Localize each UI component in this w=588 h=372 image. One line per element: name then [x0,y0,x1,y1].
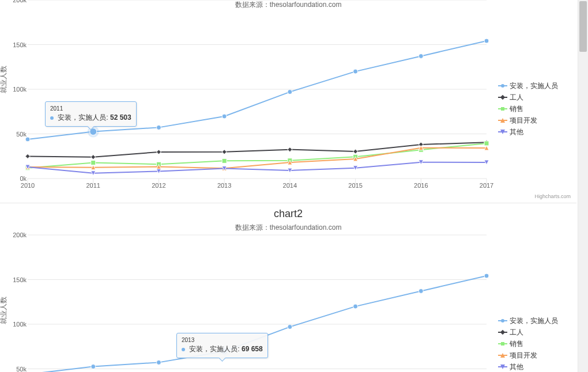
credits-link[interactable]: Highcharts.com [534,193,571,199]
svg-point-39 [288,325,292,329]
legend-label: 项目开发 [510,351,537,360]
legend-label: 其他 [510,127,523,137]
tooltip-header: 2013 [182,337,263,343]
y-tick-label: 50k [12,366,27,373]
svg-rect-23 [91,161,96,165]
plot-area[interactable]: 0k 50k 100k 150k 200k 2010 2011 2012 201… [28,0,487,179]
svg-point-35 [91,365,96,369]
svg-point-16 [156,125,161,130]
legend-label: 其他 [510,362,523,372]
x-tick-label: 2016 [414,182,428,189]
legend-item-other[interactable]: 其他 [498,127,571,137]
tooltip-value: 69 658 [242,345,263,353]
legend-item-sales[interactable]: 销售 [498,339,571,349]
tooltip: 2011 安装，实施人员: 52 503 [45,101,137,127]
x-tick-label: 2012 [152,182,165,189]
legend-label: 销售 [510,104,523,114]
chart-title: chart2 [0,208,576,220]
tooltip-series-name: 安装，实施人员 [189,345,238,353]
legend-label: 安装，实施人员 [510,81,558,91]
x-tick-label: 2010 [21,182,35,189]
y-tick-label: 0k [12,175,27,182]
tooltip-dot-icon [182,348,185,351]
y-tick-label: 150k [12,41,27,48]
svg-rect-25 [222,158,227,163]
x-tick-label: 2014 [283,182,297,189]
legend-swatch-icon [498,329,507,336]
legend: 安装，实施人员 工人 销售 项目开发 其他 [498,316,571,372]
chart-2: chart2 数据来源：thesolarfoundation.com 就业人数 … [0,203,576,372]
x-tick-label: 2011 [86,182,100,189]
tooltip-value: 52 503 [110,113,131,122]
y-tick-label: 100k [12,86,27,93]
legend-label: 项目开发 [510,116,537,126]
chart-1: 数据来源：thesolarfoundation.com 就业人数 0k 50k [0,0,576,203]
tooltip-dot-icon [50,116,54,120]
legend: 安装，实施人员 工人 销售 项目开发 其他 [498,81,571,138]
svg-point-17 [222,114,227,119]
legend-item-project[interactable]: 项目开发 [498,350,571,360]
legend-swatch-icon [498,117,507,124]
svg-point-21 [484,39,489,43]
legend-item-worker[interactable]: 工人 [498,327,571,337]
tooltip-header: 2011 [50,105,131,112]
legend-label: 安装，实施人员 [510,316,558,326]
svg-point-40 [353,304,358,309]
yaxis-title: 就业人数 [0,297,9,324]
tooltip-row: 安装，实施人员: 52 503 [50,113,131,123]
svg-point-42 [484,274,489,278]
y-tick-label: 200k [12,0,27,3]
svg-point-19 [353,69,358,74]
legend-swatch-icon [498,82,507,89]
tooltip-series-name: 安装，实施人员 [58,113,106,122]
legend-label: 工人 [510,328,523,337]
y-tick-label: 200k [12,231,27,238]
svg-point-36 [156,360,161,365]
legend-swatch-icon [498,94,507,101]
svg-point-20 [419,54,423,58]
legend-swatch-icon [498,352,507,359]
y-tick-label: 50k [12,131,27,138]
legend-item-install[interactable]: 安装，实施人员 [498,316,571,326]
tooltip-row: 安装，实施人员: 69 658 [182,344,263,354]
legend-item-sales[interactable]: 销售 [498,104,571,114]
legend-label: 销售 [510,339,523,349]
svg-point-18 [288,90,292,94]
scrollbar-thumb[interactable] [579,1,587,52]
legend-swatch-icon [498,105,507,112]
chart-subtitle: 数据来源：thesolarfoundation.com [0,223,576,233]
yaxis-title: 就业人数 [0,66,9,93]
tooltip: 2013 安装，实施人员: 69 658 [176,333,268,358]
legend-swatch-icon [498,340,507,347]
legend-swatch-icon [498,128,507,135]
legend-label: 工人 [510,93,523,103]
scrollbar-track[interactable] [578,0,588,372]
legend-item-other[interactable]: 其他 [498,362,571,372]
legend-swatch-icon [498,317,507,324]
plot-area[interactable]: 50k 100k 150k 200k 2013 安装，实施人员: 69 658 [28,235,487,372]
y-tick-label: 150k [12,276,27,283]
svg-rect-29 [484,141,489,146]
svg-point-41 [419,289,423,293]
legend-item-project[interactable]: 项目开发 [498,115,571,126]
x-tick-label: 2015 [348,182,362,189]
y-tick-label: 100k [12,321,27,328]
page: 数据来源：thesolarfoundation.com 就业人数 0k 50k [0,0,588,372]
svg-point-13 [25,137,30,142]
x-tick-label: 2017 [480,182,493,189]
legend-item-install[interactable]: 安装，实施人员 [498,81,571,91]
legend-swatch-icon [498,363,507,370]
x-tick-label: 2013 [217,182,231,189]
legend-item-worker[interactable]: 工人 [498,92,571,103]
